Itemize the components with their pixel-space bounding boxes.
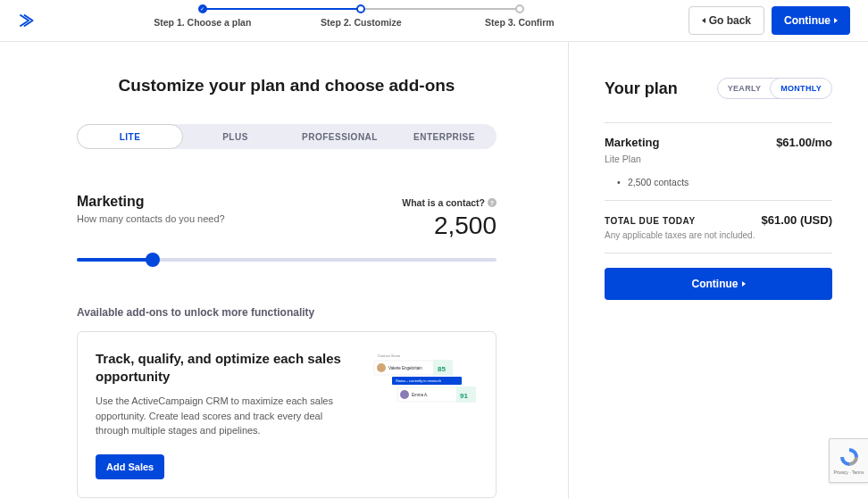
plan-tier-tabs: LITE PLUS PROFESSIONAL ENTERPRISE	[77, 124, 497, 149]
illus-label: Contact Score	[378, 353, 401, 358]
svg-text:91: 91	[460, 392, 468, 400]
continue-label: Continue	[784, 14, 830, 27]
caret-right-icon	[834, 18, 838, 23]
what-is-contact-link[interactable]: What is a contact? ?	[402, 197, 497, 208]
billing-toggle: YEARLY MONTHLY	[717, 78, 832, 99]
summary-contacts: 2,500 contacts	[605, 177, 832, 187]
brand-logo	[18, 12, 34, 29]
step-dot-done-icon: ✓	[198, 4, 207, 13]
recaptcha-text: Privacy · Terms	[833, 470, 864, 475]
step-1: ✓ Step 1. Choose a plan	[123, 17, 282, 28]
page-title: Customize your plan and choose add-ons	[77, 76, 497, 96]
marketing-title: Marketing	[77, 194, 225, 210]
summary-product-price: $61.00/mo	[776, 136, 832, 149]
caret-right-icon	[742, 281, 746, 287]
tab-lite[interactable]: LITE	[77, 124, 183, 149]
recaptcha-icon	[839, 446, 860, 468]
recaptcha-badge: Privacy · Terms	[829, 438, 868, 483]
step-dot-active-icon	[356, 4, 365, 13]
go-back-button[interactable]: Go back	[689, 6, 764, 35]
step-2-label: Step 2. Customize	[282, 17, 441, 28]
svg-text:Status - currently in research: Status - currently in research	[396, 378, 441, 383]
tab-professional[interactable]: PROFESSIONAL	[288, 124, 392, 149]
due-label: TOTAL DUE TODAY	[605, 216, 755, 226]
addon-title: Track, qualify, and optimize each sales …	[96, 350, 353, 385]
svg-text:85: 85	[438, 365, 446, 373]
addons-heading: Available add-ons to unlock more functio…	[77, 306, 497, 319]
main-panel: Customize your plan and choose add-ons L…	[0, 42, 568, 499]
tab-plus[interactable]: PLUS	[183, 124, 288, 149]
header: ✓ Step 1. Choose a plan Step 2. Customiz…	[0, 0, 868, 42]
marketing-subtitle: How many contacts do you need?	[77, 213, 225, 224]
tab-enterprise[interactable]: ENTERPRISE	[392, 124, 497, 149]
contacts-slider[interactable]	[77, 258, 497, 262]
progress-stepper: ✓ Step 1. Choose a plan Step 2. Customiz…	[123, 13, 599, 28]
add-sales-button[interactable]: Add Sales	[96, 454, 164, 479]
svg-text:Emma A.: Emma A.	[412, 393, 428, 397]
slider-thumb[interactable]	[146, 253, 160, 267]
summary-product-name: Marketing	[605, 136, 659, 149]
your-plan-heading: Your plan	[605, 79, 678, 98]
due-note: Any applicable taxes are not included.	[605, 230, 755, 240]
sidebar-continue-button[interactable]: Continue	[605, 268, 832, 300]
what-is-contact-label: What is a contact?	[402, 197, 485, 208]
toggle-monthly[interactable]: MONTHLY	[770, 78, 832, 99]
sidebar-continue-label: Continue	[692, 278, 739, 290]
svg-point-1	[377, 363, 386, 372]
addon-card-sales: Track, qualify, and optimize each sales …	[77, 331, 497, 498]
svg-point-8	[400, 390, 409, 399]
contact-count: 2,500	[402, 212, 497, 240]
due-price: $61.00 (USD)	[762, 213, 832, 227]
step-2: Step 2. Customize	[282, 17, 441, 28]
svg-text:Valerie Engebritain: Valerie Engebritain	[388, 366, 422, 370]
header-actions: Go back Continue	[689, 6, 850, 35]
order-summary-sidebar: Your plan YEARLY MONTHLY Marketing $61.0…	[568, 42, 868, 499]
addon-description: Use the ActiveCampaign CRM to maximize e…	[96, 394, 353, 438]
step-dot-icon	[515, 4, 524, 13]
total-due-section: TOTAL DUE TODAY Any applicable taxes are…	[605, 200, 832, 254]
caret-left-icon	[702, 18, 705, 23]
summary-product: Marketing $61.00/mo Lite Plan 2,500 cont…	[605, 122, 832, 200]
toggle-yearly[interactable]: YEARLY	[718, 79, 771, 98]
go-back-label: Go back	[709, 14, 751, 27]
help-icon: ?	[488, 198, 497, 207]
step-1-label: Step 1. Choose a plan	[123, 17, 282, 28]
step-3: Step 3. Confirm	[440, 17, 599, 28]
continue-button[interactable]: Continue	[772, 6, 850, 35]
addon-illustration: Contact Score Valerie Engebritain 85 Sta…	[371, 350, 478, 412]
step-3-label: Step 3. Confirm	[440, 17, 599, 28]
marketing-section: Marketing How many contacts do you need?…	[77, 194, 497, 240]
summary-plan-name: Lite Plan	[605, 154, 832, 164]
